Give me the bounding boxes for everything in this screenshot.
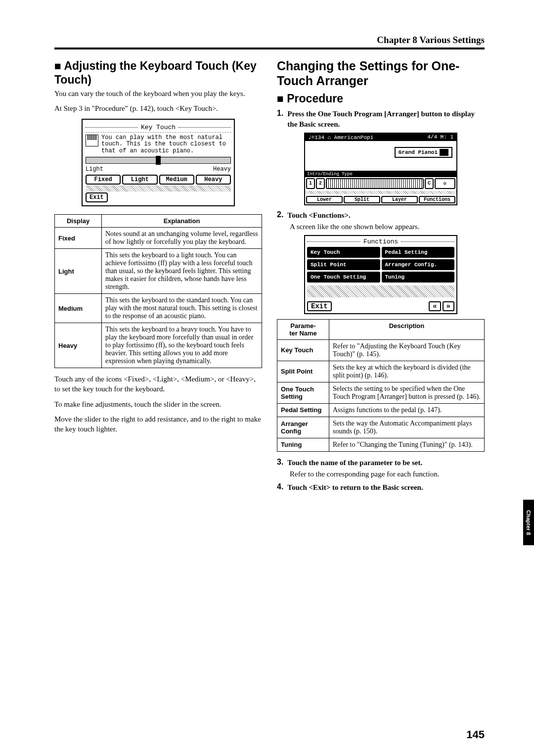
keyboard-mini-icon	[326, 178, 424, 189]
exit-button[interactable]: Exit	[86, 192, 108, 202]
side-tab: Chapter 8	[523, 500, 534, 545]
chord-c-label: C	[425, 178, 434, 189]
left-column: ■ Adjusting the Keyboard Touch (Key Touc…	[54, 56, 262, 495]
next-arrow-button[interactable]: »	[443, 301, 454, 311]
lcd-functions-screen: Functions Key Touch Pedal Setting Split …	[304, 235, 457, 314]
light-button[interactable]: Light	[122, 175, 157, 185]
func-pedal-setting-button[interactable]: Pedal Setting	[382, 247, 455, 258]
row-fixed-label: Fixed	[55, 228, 102, 249]
step-2-text: Touch <Functions>.	[287, 210, 485, 221]
right-heading-sub: ■ Procedure	[277, 92, 485, 106]
row-onetouch-text: Selects the setting to be specified when…	[329, 382, 485, 403]
keyboard-icon	[86, 135, 98, 146]
left-heading: ■ Adjusting the Keyboard Touch (Key Touc…	[54, 59, 262, 87]
prev-arrow-button[interactable]: «	[429, 301, 441, 311]
settings-icon-button[interactable]: ⚙	[435, 178, 455, 189]
lcd-title: Key Touch	[141, 124, 176, 131]
functions-title: Functions	[363, 238, 398, 245]
chapter-header: Chapter 8 Various Settings	[54, 35, 485, 46]
header-rule	[54, 47, 485, 49]
th-param: Parame- ter Name	[277, 319, 329, 339]
step-3-sub: Refer to the corresponding page for each…	[290, 470, 485, 478]
func-key-touch-button[interactable]: Key Touch	[307, 247, 380, 258]
tone-label: Grand Piano1	[399, 149, 438, 155]
left-after-1: Touch any of the icons <Fixed>, <Light>,…	[54, 374, 262, 394]
slider-right-label: Heavy	[213, 166, 231, 173]
layer-button[interactable]: Layer	[381, 196, 418, 203]
lcd-desc-text: You can play with the most natural touch…	[101, 135, 231, 155]
key-touch-table: Display Explanation Fixed Notes sound at…	[54, 214, 262, 368]
row-heavy-text: This sets the keyboard to a heavy touch.…	[102, 323, 262, 368]
row-light-label: Light	[55, 249, 102, 294]
intro-ending-label: Intro/Ending Type	[305, 171, 456, 177]
medium-button[interactable]: Medium	[159, 175, 194, 185]
intro-type-1-button[interactable]: 1	[306, 178, 315, 189]
step-3-text: Touch the name of the parameter to be se…	[287, 458, 485, 468]
row-medium-text: This sets the keyboard to the standard t…	[102, 294, 262, 323]
right-column: Changing the Settings for One-Touch Arra…	[277, 56, 485, 495]
left-step-ref: At Step 3 in "Procedure" (p. 142), touch…	[54, 103, 262, 113]
th-explanation: Explanation	[102, 215, 262, 228]
heavy-button[interactable]: Heavy	[196, 175, 231, 185]
row-heavy-label: Heavy	[55, 323, 102, 368]
row-splitpoint-label: Split Point	[277, 361, 329, 382]
func-one-touch-button[interactable]: One Touch Setting	[307, 272, 380, 283]
intro-type-2-button[interactable]: 2	[316, 178, 325, 189]
functions-table: Parame- ter Name Description Key Touch R…	[277, 319, 485, 452]
th-display: Display	[55, 215, 102, 228]
row-onetouch-label: One Touch Setting	[277, 382, 329, 403]
right-heading-big: Changing the Settings for One-Touch Arra…	[277, 58, 485, 88]
func-tuning-button[interactable]: Tuning	[382, 272, 455, 283]
step-4-text: Touch <Exit> to return to the Basic scre…	[287, 482, 485, 493]
row-light-text: This sets the keyboard to a light touch.…	[102, 249, 262, 294]
tone-button[interactable]: Grand Piano1	[395, 147, 452, 158]
row-keytouch-text: Refer to "Adjusting the Keyboard Touch (…	[329, 339, 485, 361]
lcd-key-touch: Key Touch You can play with the most nat…	[82, 119, 235, 206]
left-intro: You can vary the touch of the keyboard w…	[54, 89, 262, 98]
step-4-num: 4.	[277, 482, 283, 493]
func-arranger-config-button[interactable]: Arranger Config.	[382, 259, 455, 270]
slider-left-label: Light	[86, 166, 103, 173]
piano-icon	[440, 149, 448, 156]
func-split-point-button[interactable]: Split Point	[307, 259, 380, 270]
func-exit-button[interactable]: Exit	[307, 301, 332, 311]
row-medium-label: Medium	[55, 294, 102, 323]
step-1-text: Press the One Touch Program [Arranger] b…	[287, 109, 485, 130]
row-pedal-label: Pedal Setting	[277, 403, 329, 417]
step-3-num: 3.	[277, 458, 283, 468]
row-arranger-label: Arranger Config	[277, 417, 329, 438]
row-arranger-text: Sets the way the Automatic Accompaniment…	[329, 417, 485, 438]
lcd-basic-screen: ♩=134 ⌂ AmericanPop1 4/4 M: 1 Grand Pian…	[304, 133, 457, 205]
step-2-num: 2.	[277, 210, 283, 221]
row-pedal-text: Assigns functions to the pedal (p. 147).	[329, 403, 485, 417]
slider-thumb-icon	[156, 156, 161, 165]
functions-button[interactable]: Functions	[419, 196, 455, 203]
basic-top-right: 4/4 M: 1	[427, 134, 453, 141]
row-splitpoint-text: Sets the key at which the keyboard is di…	[329, 361, 485, 382]
th-desc: Description	[329, 319, 485, 339]
row-fixed-text: Notes sound at an unchanging volume leve…	[102, 228, 262, 249]
row-keytouch-label: Key Touch	[277, 339, 329, 361]
fixed-button[interactable]: Fixed	[86, 175, 121, 185]
left-after-3: Move the slider to the right to add resi…	[54, 414, 262, 434]
step-1-num: 1.	[277, 109, 283, 130]
touch-slider[interactable]	[86, 157, 231, 164]
basic-top-left: ♩=134 ⌂ AmericanPop1	[308, 134, 373, 141]
row-tuning-label: Tuning	[277, 438, 329, 451]
page-number: 145	[466, 728, 485, 741]
left-after-2: To make fine adjustments, touch the slid…	[54, 399, 262, 409]
lower-button[interactable]: Lower	[306, 196, 343, 203]
step-2-sub: A screen like the one shown below appear…	[290, 223, 485, 231]
split-button[interactable]: Split	[344, 196, 380, 203]
row-tuning-text: Refer to "Changing the Tuning (Tuning)" …	[329, 438, 485, 451]
